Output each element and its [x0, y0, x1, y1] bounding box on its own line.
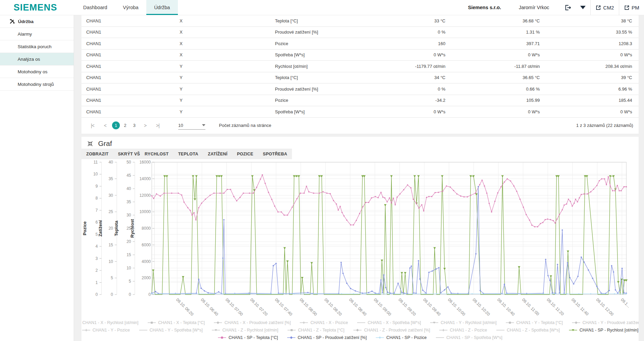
tab-dashboard[interactable]: Dashboard [75, 0, 115, 15]
svg-text:09.10. 06:40: 09.10. 06:40 [200, 297, 219, 317]
svg-text:7: 7 [95, 208, 98, 213]
cell-value-3: 0 W*s [540, 109, 632, 114]
svg-text:20: 20 [109, 226, 113, 231]
svg-text:09.10. 10:00: 09.10. 10:00 [447, 297, 466, 317]
graph-title: Graf [98, 139, 112, 148]
legend-item-chan1-x-proudov-zat-en[interactable]: CHAN1 - X - Proudové zatížení [%] [214, 320, 291, 325]
legend-item-chan1-x-spot-eba-w-s[interactable]: CHAN1 - X - Spotřeba [W*s] [357, 320, 421, 325]
table-row[interactable]: CHAN1XPozice160397.711208.3 [81, 38, 639, 50]
sidebar-item-anal-za-os[interactable]: Analýza os [0, 53, 74, 65]
cell-channel: CHAN1 [86, 64, 180, 69]
divider [619, 0, 619, 15]
page-size-select[interactable]: 10 [178, 121, 205, 130]
svg-text:10: 10 [109, 259, 113, 264]
sidebar-item-dr-ba[interactable]: Údržba [0, 15, 74, 28]
table-row[interactable]: CHAN1YTeplota [°C]34 °C36.65 °C39 °C [81, 72, 639, 84]
button-teplota[interactable]: TEPLOTA [178, 152, 199, 156]
legend-item-chan1-y-spot-eba-w-s[interactable]: CHAN1 - Y - Spotřeba [W*s] [139, 328, 203, 333]
table-row[interactable]: CHAN1XTeplota [°C]33 °C36.68 °C38 °C [81, 15, 639, 27]
cell-value-3: 33.55 % [540, 30, 632, 35]
legend-marker-icon [218, 336, 226, 339]
svg-text:2: 2 [95, 268, 98, 273]
legend-marker-icon [299, 321, 308, 324]
user-name[interactable]: Jaromír Vrkoc [519, 5, 549, 10]
cell-channel: CHAN1 [86, 18, 180, 23]
sidebar-item-label: Motohodiny strojů [18, 82, 54, 87]
svg-text:35: 35 [109, 176, 113, 181]
last-page-button[interactable]: >| [151, 123, 164, 128]
graph-header: Graf [87, 139, 112, 148]
cell-channel: CHAN1 [86, 30, 180, 35]
sidebar-item-motohodiny-os[interactable]: Motohodiny os [0, 65, 74, 78]
legend-item-chan1-z-rychlost-ot-min[interactable]: CHAN1 - Z - Rychlost [ot/min] [211, 328, 278, 333]
current-page-button-1[interactable]: 1 [112, 121, 120, 129]
legend-item-chan1-y-pozice[interactable]: CHAN1 - Y - Pozice [82, 328, 130, 333]
table-row[interactable]: CHAN1YRychlost [ot/min]-1179.77 ot/min-1… [81, 61, 639, 72]
legend-item-chan1-y-proudov-zat-en[interactable]: CHAN1 - Y - Proudové zatížení [%] [572, 320, 639, 325]
legend-item-chan1-sp-pozice[interactable]: CHAN1 - SP - Pozice [375, 335, 427, 340]
legend-item-chan1-z-pozice[interactable]: CHAN1 - Z - Pozice [439, 328, 487, 333]
legend-item-chan1-y-rychlost-ot-min[interactable]: CHAN1 - Y - Rychlost [ot/min] [430, 320, 497, 325]
legend-row: CHAN1 - Y - PoziceCHAN1 - Y - Spotřeba [… [81, 326, 639, 334]
sidebar-item-motohodiny-stroj[interactable]: Motohodiny strojů [0, 78, 74, 91]
table-row[interactable]: CHAN1YProudové zatížení [%]0 %0.66 %6.96… [81, 83, 639, 95]
dropdown-caret-icon[interactable] [580, 6, 586, 9]
button-rychlost[interactable]: RYCHLOST [145, 152, 169, 156]
records-summary: 1 z 3 záznamů (22 záznamů) [576, 123, 633, 128]
cell-axis: X [180, 30, 275, 35]
cell-axis: X [180, 41, 275, 46]
legend-item-chan1-z-proudov-zat-en[interactable]: CHAN1 - Z - Proudové zatížení [%] [353, 328, 430, 333]
table-row[interactable]: CHAN1YSpotřeba [W*s]0 W*s0 W*s0 W*s [81, 106, 639, 118]
first-page-button[interactable]: |< [86, 123, 99, 128]
button-zat-en[interactable]: ZATÍŽENÍ [208, 152, 227, 156]
header-right: Siemens s.r.o. Jaromír Vrkoc CM2 PM [468, 0, 639, 15]
legend-marker-icon [147, 321, 156, 324]
tab-dr-ba[interactable]: Údržba [146, 0, 178, 15]
logout-icon[interactable] [564, 4, 571, 11]
legend-item-chan1-x-rychlost-ot-min[interactable]: CHAN1 - X - Rychlost [ot/min] [81, 320, 139, 325]
legend-item-chan1-z-teplota-c[interactable]: CHAN1 - Z - Teplota [°C] [287, 328, 345, 333]
axis-analysis-table-card: CHAN1XTeplota [°C]33 °C36.68 °C38 °CCHAN… [81, 15, 639, 134]
cell-channel: CHAN1 [86, 98, 180, 103]
svg-text:4: 4 [95, 244, 98, 249]
prev-page-button[interactable]: < [99, 123, 111, 128]
legend-item-chan1-x-pozice[interactable]: CHAN1 - X - Pozice [299, 320, 348, 325]
button-spot-eba[interactable]: SPOTŘEBA [263, 152, 287, 156]
cell-value-3: 6.96 % [540, 87, 632, 92]
svg-text:09.10. 11:40: 09.10. 11:40 [570, 297, 590, 317]
cell-value-2: 0.66 % [445, 87, 540, 92]
next-page-button[interactable]: > [139, 123, 151, 128]
button-zobrazit[interactable]: ZOBRAZIT [86, 152, 109, 156]
sidebar-item-alarmy[interactable]: Alarmy [0, 28, 74, 40]
svg-text:09.10. 08:20: 09.10. 08:20 [324, 297, 343, 317]
legend-label: CHAN1 - Z - Spotřeba [W*s] [507, 328, 560, 333]
sidebar-item-statistika-poruch[interactable]: Statistika poruch [0, 40, 74, 53]
cell-channel: CHAN1 [86, 52, 180, 57]
legend-label: CHAN1 - Z - Rychlost [ot/min] [222, 328, 278, 333]
collapse-icon[interactable] [87, 140, 93, 147]
table-row[interactable]: CHAN1YPozice-34.2105.99185.44 [81, 95, 639, 107]
cell-value-3: 208.34 ot/min [540, 64, 632, 69]
svg-text:Zatížení: Zatížení [98, 220, 103, 236]
page-button-3[interactable]: 3 [130, 123, 139, 128]
page-button-2[interactable]: 2 [121, 123, 130, 128]
legend-label: CHAN1 - Y - Pozice [93, 328, 130, 333]
legend-item-chan1-sp-teplota-c[interactable]: CHAN1 - SP - Teplota [°C] [218, 335, 278, 340]
svg-text:09.10. 11:20: 09.10. 11:20 [546, 297, 565, 317]
legend-item-chan1-sp-spot-eba-w-s[interactable]: CHAN1 - SP - Spotřeba [W*s] [436, 335, 502, 340]
legend-item-chan1-y-teplota-c[interactable]: CHAN1 - Y - Teplota [°C] [505, 320, 563, 325]
graph-card: 09.10. 06:2009.10. 06:4009.10. 07:0009.1… [81, 137, 639, 341]
pm-link[interactable]: PM [624, 5, 640, 11]
tab-v-roba[interactable]: Výroba [115, 0, 146, 15]
legend-item-chan1-sp-rychlost-ot-min[interactable]: CHAN1 - SP - Rychlost [ot/min] [569, 328, 638, 333]
legend-item-chan1-z-spot-eba-w-s[interactable]: CHAN1 - Z - Spotřeba [W*s] [496, 328, 560, 333]
legend-item-chan1-x-teplota-c[interactable]: CHAN1 - X - Teplota [°C] [147, 320, 205, 325]
button-skr-t-v-e[interactable]: SKRÝT VŠE [118, 152, 143, 156]
legend-item-chan1-sp-proudov-zat-en[interactable]: CHAN1 - SP - Proudové zatížení [%] [287, 335, 367, 340]
metric-button-group: RYCHLOSTTEPLOTAZATÍŽENÍPOZICESPOTŘEBA [140, 149, 292, 159]
cm2-link[interactable]: CM2 [595, 5, 614, 11]
svg-text:10: 10 [93, 172, 98, 176]
table-row[interactable]: CHAN1XSpotřeba [W*s]0 W*s0 W*s0 W*s [81, 50, 639, 61]
button-pozice[interactable]: POZICE [237, 152, 253, 156]
table-row[interactable]: CHAN1XProudové zatížení [%]0 %1.31 %33.5… [81, 27, 639, 38]
